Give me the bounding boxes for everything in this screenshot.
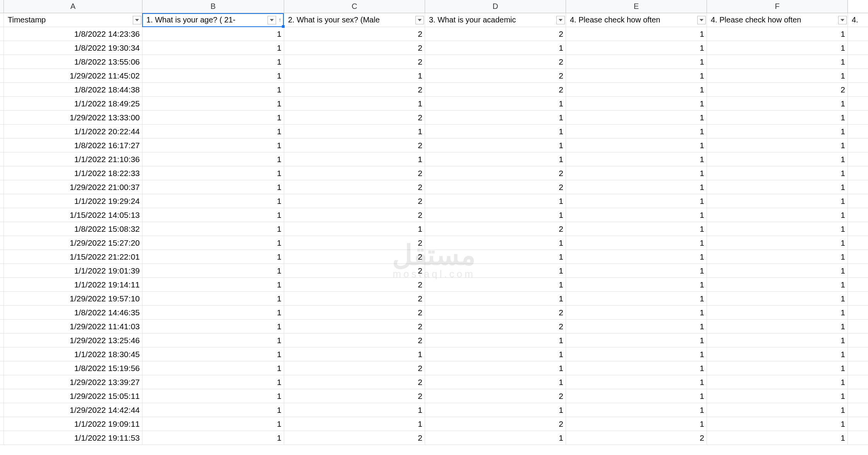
cell-value[interactable]: 2 (425, 222, 566, 236)
cell-value[interactable]: 1 (142, 403, 284, 417)
cell-value[interactable]: 2 (425, 389, 566, 403)
cell-timestamp[interactable]: 1/1/2022 19:14:11 (4, 278, 142, 292)
cell-value[interactable]: 1 (425, 334, 566, 347)
cell-value[interactable] (848, 250, 868, 264)
cell-value[interactable]: 1 (142, 431, 284, 445)
cell-value[interactable]: 1 (566, 264, 707, 278)
header-cell-A[interactable]: Timestamp (4, 13, 142, 27)
cell-value[interactable]: 1 (707, 320, 848, 334)
cell-value[interactable] (848, 292, 868, 306)
cell-value[interactable]: 1 (284, 152, 425, 166)
cell-value[interactable]: 1 (707, 139, 848, 152)
cell-value[interactable]: 2 (425, 306, 566, 320)
cell-value[interactable]: 1 (566, 292, 707, 306)
cell-value[interactable]: 2 (425, 417, 566, 431)
cell-timestamp[interactable]: 1/29/2022 15:05:11 (4, 389, 142, 403)
cell-value[interactable]: 1 (707, 334, 848, 347)
cell-timestamp[interactable]: 1/1/2022 21:10:36 (4, 152, 142, 166)
cell-value[interactable]: 1 (707, 292, 848, 306)
cell-value[interactable]: 1 (425, 264, 566, 278)
filter-dropdown-icon[interactable] (415, 16, 424, 24)
header-cell-E[interactable]: 4. Please check how often (566, 13, 707, 27)
cell-value[interactable]: 2 (284, 208, 425, 222)
cell-value[interactable]: 1 (566, 250, 707, 264)
cell-value[interactable]: 1 (707, 278, 848, 292)
cell-value[interactable] (848, 55, 868, 69)
cell-value[interactable] (848, 27, 868, 41)
cell-value[interactable]: 1 (425, 292, 566, 306)
cell-value[interactable]: 1 (284, 347, 425, 361)
cell-value[interactable]: 2 (284, 375, 425, 389)
cell-value[interactable]: 1 (566, 41, 707, 55)
cell-value[interactable]: 1 (425, 250, 566, 264)
cell-value[interactable]: 1 (707, 236, 848, 250)
cell-value[interactable]: 1 (142, 250, 284, 264)
cell-value[interactable]: 1 (425, 41, 566, 55)
cell-value[interactable]: 1 (707, 194, 848, 208)
cell-value[interactable] (848, 361, 868, 375)
cell-value[interactable]: 1 (142, 55, 284, 69)
cell-value[interactable]: 1 (284, 69, 425, 83)
cell-value[interactable]: 2 (284, 111, 425, 125)
filter-dropdown-icon[interactable] (556, 16, 565, 24)
cell-value[interactable]: 2 (284, 431, 425, 445)
cell-value[interactable]: 1 (707, 306, 848, 320)
cell-value[interactable]: 1 (566, 403, 707, 417)
cell-timestamp[interactable]: 1/8/2022 16:17:27 (4, 139, 142, 152)
cell-value[interactable]: 1 (707, 69, 848, 83)
cell-value[interactable]: 1 (566, 97, 707, 111)
cell-value[interactable] (848, 236, 868, 250)
cell-value[interactable]: 1 (566, 194, 707, 208)
cell-value[interactable]: 1 (707, 347, 848, 361)
cell-value[interactable] (848, 194, 868, 208)
cell-timestamp[interactable]: 1/8/2022 13:55:06 (4, 55, 142, 69)
cell-value[interactable]: 1 (142, 27, 284, 41)
cell-value[interactable]: 1 (566, 222, 707, 236)
filter-dropdown-icon[interactable] (268, 16, 276, 24)
header-cell-C[interactable]: 2. What is your sex? (Male (284, 13, 425, 27)
cell-value[interactable]: 1 (142, 361, 284, 375)
cell-timestamp[interactable]: 1/29/2022 15:27:20 (4, 236, 142, 250)
cell-timestamp[interactable]: 1/1/2022 18:49:25 (4, 97, 142, 111)
cell-value[interactable] (848, 320, 868, 334)
cell-value[interactable]: 1 (284, 417, 425, 431)
cell-value[interactable]: 2 (284, 278, 425, 292)
cell-value[interactable]: 2 (284, 194, 425, 208)
sort-ascending-icon[interactable]: ↑ (277, 16, 283, 24)
cell-value[interactable]: 1 (284, 222, 425, 236)
column-header-F[interactable]: F (707, 0, 848, 13)
cell-value[interactable]: 1 (707, 97, 848, 111)
cell-timestamp[interactable]: 1/29/2022 13:33:00 (4, 111, 142, 125)
cell-timestamp[interactable]: 1/1/2022 18:22:33 (4, 166, 142, 180)
cell-value[interactable]: 1 (142, 139, 284, 152)
header-cell-partial[interactable]: 4. (848, 13, 868, 27)
cell-value[interactable]: 2 (425, 83, 566, 97)
cell-value[interactable]: 1 (142, 389, 284, 403)
column-header-B[interactable]: B (142, 0, 284, 13)
cell-timestamp[interactable]: 1/8/2022 15:08:32 (4, 222, 142, 236)
cell-value[interactable]: 1 (707, 431, 848, 445)
cell-value[interactable]: 2 (425, 27, 566, 41)
cell-value[interactable]: 1 (707, 208, 848, 222)
cell-value[interactable]: 1 (425, 431, 566, 445)
header-cell-F[interactable]: 4. Please check how often (707, 13, 848, 27)
cell-value[interactable] (848, 180, 868, 194)
cell-value[interactable]: 1 (284, 97, 425, 111)
cell-value[interactable]: 1 (142, 83, 284, 97)
cell-value[interactable]: 1 (707, 27, 848, 41)
cell-value[interactable]: 1 (142, 417, 284, 431)
cell-value[interactable]: 2 (707, 83, 848, 97)
cell-timestamp[interactable]: 1/29/2022 11:41:03 (4, 320, 142, 334)
cell-value[interactable]: 2 (284, 166, 425, 180)
cell-value[interactable]: 1 (566, 236, 707, 250)
cell-value[interactable]: 1 (142, 334, 284, 347)
cell-value[interactable] (848, 375, 868, 389)
cell-value[interactable]: 1 (142, 292, 284, 306)
column-header-C[interactable]: C (284, 0, 425, 13)
cell-value[interactable]: 1 (142, 306, 284, 320)
cell-value[interactable]: 1 (707, 417, 848, 431)
cell-value[interactable]: 1 (425, 194, 566, 208)
cell-value[interactable]: 1 (566, 278, 707, 292)
cell-value[interactable]: 1 (425, 375, 566, 389)
cell-value[interactable]: 1 (707, 222, 848, 236)
